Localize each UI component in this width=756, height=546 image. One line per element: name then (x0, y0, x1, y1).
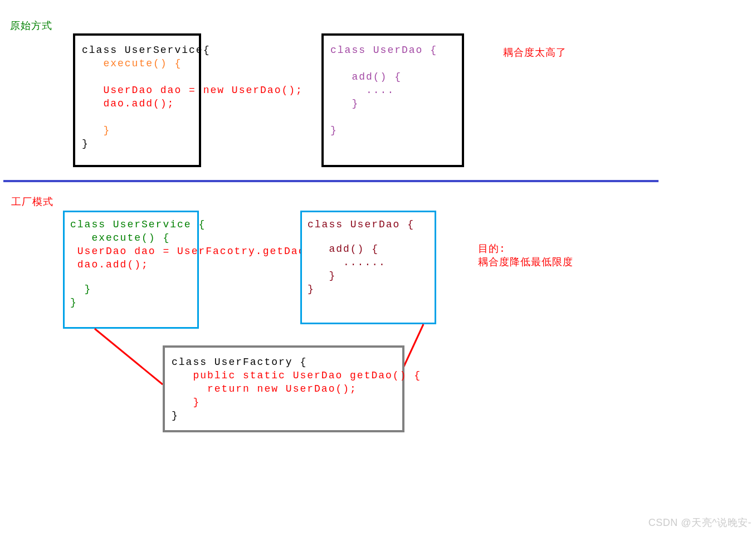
code-line: class UserService{ (82, 43, 192, 57)
code-line: } (172, 409, 396, 422)
code-line: ...... (308, 256, 429, 269)
code-line: } (330, 124, 455, 137)
section1-box-userdao: class UserDao { add() { .... } } (321, 33, 464, 167)
section2-box-userservice: class UserService { execute() { UserDao … (63, 211, 199, 329)
section1-heading: 原始方式 (10, 19, 52, 32)
svg-line-0 (95, 329, 163, 384)
code-line: add() { (308, 242, 429, 256)
code-line: } (82, 137, 192, 150)
section1-comment: 耦合度太高了 (503, 46, 567, 59)
section2-box-userdao: class UserDao { add() { ...... } } (300, 211, 436, 324)
code-line: class UserDao { (330, 43, 455, 57)
code-line: .... (330, 84, 455, 97)
code-line: add() { (330, 70, 455, 84)
code-line: dao.add(); (70, 258, 192, 271)
code-line: class UserService { (70, 218, 192, 231)
code-line: } (172, 396, 396, 409)
section2-heading: 工厂模式 (11, 195, 53, 208)
code-line: } (308, 269, 429, 282)
code-line: execute() { (82, 57, 192, 70)
code-line: } (70, 296, 192, 309)
code-line: UserDao dao = new UserDao(); (82, 84, 192, 97)
section2-comment-line2: 耦合度降低最低限度 (478, 255, 573, 269)
code-line: dao.add(); (82, 97, 192, 110)
code-line: } (330, 97, 455, 110)
section2-box-userfactory: class UserFactory { public static UserDa… (163, 345, 404, 432)
code-line: } (82, 124, 192, 137)
code-line: } (308, 282, 429, 296)
code-line: UserDao dao = UserFacotry.getDao(); (70, 245, 192, 258)
section1-box-userservice: class UserService{ execute() { UserDao d… (73, 33, 201, 167)
code-line: class UserDao { (308, 218, 429, 231)
section2-comment-line1: 目的: (478, 242, 506, 255)
code-line: } (70, 282, 192, 296)
code-line: execute() { (70, 231, 192, 245)
watermark: CSDN @天亮^说晚安- (648, 516, 752, 529)
section-divider (3, 180, 659, 182)
code-line: class UserFactory { (172, 355, 396, 369)
code-line: return new UserDao(); (172, 382, 396, 396)
code-line: public static UserDao getDao() { (172, 369, 396, 382)
